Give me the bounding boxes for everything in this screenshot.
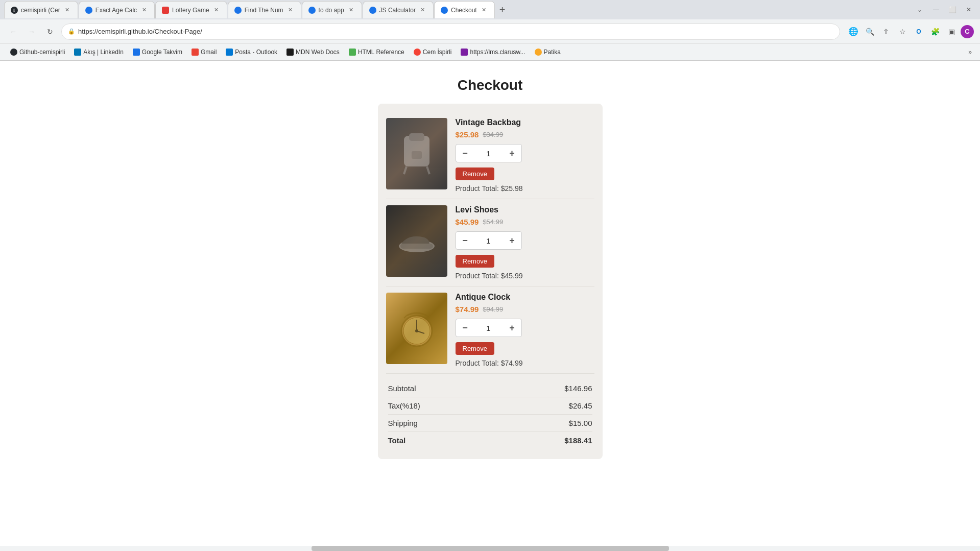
- tab-github[interactable]:  cemispirli (Cer ✕: [4, 1, 78, 18]
- address-bar: ← → ↻ 🔒 https://cemispirli.github.io/Che…: [0, 19, 980, 44]
- qty-increase-clock[interactable]: +: [503, 319, 521, 337]
- qty-decrease-backpack[interactable]: −: [456, 144, 474, 162]
- price-original-backpack: $34.99: [483, 131, 503, 138]
- qty-increase-backpack[interactable]: +: [503, 144, 521, 162]
- bookmark-html-favicon: [349, 49, 356, 56]
- translate-icon[interactable]: 🌐: [846, 25, 861, 39]
- price-current-clock: $74.99: [456, 305, 479, 314]
- tab-checkout[interactable]: Checkout ✕: [434, 1, 495, 18]
- qty-decrease-shoes[interactable]: −: [456, 231, 474, 250]
- svg-line-3: [404, 166, 407, 174]
- summary-subtotal: Subtotal $146.96: [388, 380, 592, 397]
- bookmark-github-label: Github-cemispirli: [19, 49, 65, 56]
- shipping-label: Shipping: [388, 419, 418, 427]
- bookmark-lms-favicon: [461, 49, 468, 56]
- bookmark-star-icon[interactable]: ☆: [895, 25, 910, 39]
- product-prices-shoes: $45.99 $54.99: [456, 218, 594, 226]
- bookmark-cem[interactable]: Cem İspirli: [410, 46, 456, 58]
- bookmark-gmail[interactable]: Gmail: [187, 46, 221, 58]
- reload-button[interactable]: ↻: [43, 25, 57, 39]
- tab-find-title: Find The Num: [245, 7, 283, 14]
- tab-age[interactable]: Exact Age Calc ✕: [79, 1, 155, 18]
- bookmark-outlook-label: Posta - Outlook: [235, 49, 277, 56]
- bookmark-takvim-favicon: [133, 49, 140, 56]
- bookmark-github[interactable]: Github-cemispirli: [6, 46, 69, 58]
- total-value: $188.41: [564, 436, 592, 445]
- product-prices-clock: $74.99 $94.99: [456, 305, 594, 314]
- bookmark-gmail-label: Gmail: [201, 49, 217, 56]
- product-name-clock: Antique Clock: [456, 293, 594, 302]
- address-field[interactable]: 🔒 https://cemispirli.github.io/Checkout-…: [61, 23, 840, 40]
- extensions-icon[interactable]: 🧩: [928, 25, 942, 39]
- total-label: Total: [388, 436, 406, 445]
- svg-rect-6: [400, 244, 433, 249]
- remove-backpack[interactable]: Remove: [456, 167, 494, 180]
- tab-lottery[interactable]: Lottery Game ✕: [155, 1, 227, 18]
- back-button[interactable]: ←: [6, 25, 20, 39]
- checkout-container: Vintage Backbag $25.98 $34.99 − 1 + Remo…: [378, 104, 603, 459]
- bookmarks-bar: Github-cemispirli Akış | LinkedIn Google…: [0, 44, 980, 60]
- find-favicon: [234, 7, 242, 14]
- profile-avatar[interactable]: C: [961, 25, 974, 38]
- search-icon[interactable]: 🔍: [863, 25, 877, 39]
- product-total-backpack: Product Total: $25.98: [456, 184, 594, 193]
- tab-lottery-title: Lottery Game: [172, 7, 209, 14]
- bookmarks-more[interactable]: »: [966, 49, 974, 56]
- bookmark-takvim[interactable]: Google Takvim: [129, 46, 186, 58]
- price-current-shoes: $45.99: [456, 218, 479, 226]
- browser-chrome:  cemispirli (Cer ✕ Exact Age Calc ✕ Lot…: [0, 0, 980, 61]
- lock-icon: 🔒: [68, 28, 75, 35]
- tab-checkout-close[interactable]: ✕: [480, 6, 488, 14]
- bookmark-outlook-favicon: [226, 49, 233, 56]
- tab-jscalc-close[interactable]: ✕: [419, 6, 427, 14]
- product-image-shoes: [386, 205, 447, 277]
- horizontal-scrollbar[interactable]: [0, 546, 980, 551]
- share-icon[interactable]: ⇧: [879, 25, 893, 39]
- svg-rect-1: [409, 133, 424, 141]
- bookmark-outlook[interactable]: Posta - Outlook: [222, 46, 281, 58]
- tab-age-close[interactable]: ✕: [140, 6, 148, 14]
- tab-find[interactable]: Find The Num ✕: [228, 1, 301, 18]
- tab-find-close[interactable]: ✕: [286, 6, 295, 14]
- tab-jscalc[interactable]: JS Calculator ✕: [363, 1, 434, 18]
- sidebar-icon[interactable]: ▣: [944, 25, 959, 39]
- page-title: Checkout: [0, 61, 980, 104]
- tab-jscalc-title: JS Calculator: [379, 7, 416, 14]
- tab-github-title: cemispirli (Cer: [21, 7, 60, 14]
- product-name-backpack: Vintage Backbag: [456, 118, 594, 127]
- summary-section: Subtotal $146.96 Tax(%18) $26.45 Shippin…: [386, 374, 594, 451]
- jscalc-favicon: [369, 7, 376, 14]
- bookmark-patika-favicon: [535, 49, 542, 56]
- close-window-button[interactable]: ✕: [962, 3, 976, 17]
- maximize-button[interactable]: ⬜: [945, 3, 960, 17]
- tab-todo-close[interactable]: ✕: [347, 6, 355, 14]
- scrollbar-thumb[interactable]: [312, 546, 669, 551]
- product-total-clock: Product Total: $74.99: [456, 359, 594, 367]
- bookmark-lms-label: https://lms.clarusw...: [470, 49, 525, 56]
- tab-todo[interactable]: to do app ✕: [302, 1, 362, 18]
- page-content: Checkout Vintage Backbag $25.98 $34.99: [0, 61, 980, 551]
- outlook-icon[interactable]: O: [912, 25, 926, 39]
- price-original-shoes: $54.99: [483, 218, 503, 226]
- bookmark-lms[interactable]: https://lms.clarusw...: [457, 46, 529, 58]
- tab-list-button[interactable]: ⌄: [913, 3, 927, 17]
- qty-decrease-clock[interactable]: −: [456, 319, 474, 337]
- github-favicon: : [11, 7, 18, 14]
- bookmark-mdn[interactable]: MDN Web Docs: [282, 46, 344, 58]
- shipping-value: $15.00: [569, 419, 592, 427]
- minimize-button[interactable]: —: [929, 3, 943, 17]
- bookmark-linkedin[interactable]: Akış | LinkedIn: [70, 46, 128, 58]
- remove-clock[interactable]: Remove: [456, 342, 494, 355]
- qty-value-clock: 1: [474, 324, 503, 332]
- forward-button[interactable]: →: [25, 25, 39, 39]
- new-tab-button[interactable]: +: [495, 3, 510, 17]
- bookmark-patika[interactable]: Patika: [531, 46, 565, 58]
- remove-shoes[interactable]: Remove: [456, 255, 494, 268]
- svg-rect-2: [412, 151, 422, 159]
- tab-lottery-close[interactable]: ✕: [212, 6, 221, 14]
- bookmark-patika-label: Patika: [544, 49, 561, 56]
- tab-github-close[interactable]: ✕: [63, 6, 71, 14]
- bookmark-html[interactable]: HTML Reference: [345, 46, 409, 58]
- qty-increase-shoes[interactable]: +: [503, 231, 521, 250]
- summary-total: Total $188.41: [388, 432, 592, 449]
